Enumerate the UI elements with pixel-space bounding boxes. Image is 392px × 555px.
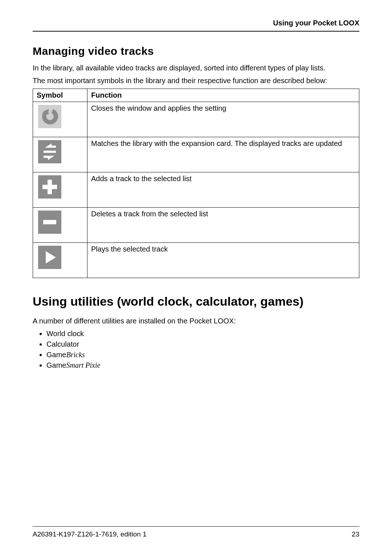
function-cell: Matches the library with the expansion c… bbox=[87, 137, 359, 172]
header-rule bbox=[33, 31, 359, 32]
function-cell: Deletes a track from the selected list bbox=[87, 207, 359, 242]
section1-para2: The most important symbols in the librar… bbox=[33, 76, 359, 86]
symbol-cell bbox=[33, 242, 87, 278]
section-heading-managing: Managing video tracks bbox=[33, 44, 359, 59]
list-item-label: Calculator bbox=[46, 340, 79, 348]
function-cell: Plays the selected track bbox=[87, 242, 359, 278]
section-heading-utilities: Using utilities (world clock, calculator… bbox=[33, 293, 359, 310]
symbol-cell bbox=[33, 137, 87, 172]
list-item-label: Game bbox=[46, 361, 66, 369]
utilities-list: World clock Calculator GameBricks GameSm… bbox=[33, 329, 359, 370]
function-cell: Closes the window and applies the settin… bbox=[87, 102, 359, 137]
page-footer: A26391-K197-Z126-1-7619, edition 1 23 bbox=[33, 523, 359, 539]
symbol-cell bbox=[33, 102, 87, 137]
table-header-row: Symbol Function bbox=[33, 89, 359, 102]
svg-rect-8 bbox=[43, 220, 56, 224]
svg-rect-4 bbox=[44, 156, 49, 158]
svg-marker-3 bbox=[48, 156, 54, 160]
minus-icon bbox=[37, 209, 63, 235]
svg-rect-7 bbox=[42, 185, 57, 189]
table-row: Plays the selected track bbox=[33, 242, 359, 278]
list-item: GameSmart Pixie bbox=[46, 360, 359, 370]
list-item: Calculator bbox=[46, 339, 359, 349]
symbol-cell bbox=[33, 172, 87, 207]
symbol-function-table: Symbol Function Closes the window and ap… bbox=[33, 89, 359, 278]
svg-marker-1 bbox=[45, 143, 52, 148]
section2-para: A number of different utilities are inst… bbox=[33, 316, 359, 326]
footer-doc-id: A26391-K197-Z126-1-7619, edition 1 bbox=[33, 530, 147, 539]
footer-page-number: 23 bbox=[352, 530, 359, 539]
svg-rect-5 bbox=[44, 151, 56, 153]
table-row: Closes the window and applies the settin… bbox=[33, 102, 359, 137]
running-header: Using your Pocket LOOX bbox=[33, 18, 359, 28]
footer-rule bbox=[33, 526, 359, 527]
function-cell: Adds a track to the selected list bbox=[87, 172, 359, 207]
table-row: Adds a track to the selected list bbox=[33, 172, 359, 207]
back-arrow-icon bbox=[37, 103, 63, 130]
table-row: Matches the library with the expansion c… bbox=[33, 137, 359, 172]
list-item-italic: Smart Pixie bbox=[66, 361, 100, 369]
list-item-label: World clock bbox=[46, 330, 84, 338]
sync-icon bbox=[37, 139, 63, 165]
svg-rect-2 bbox=[51, 146, 56, 148]
section1-para1: In the library, all available video trac… bbox=[33, 63, 359, 73]
list-item: World clock bbox=[46, 329, 359, 339]
list-item: GameBricks bbox=[46, 350, 359, 360]
col-header-symbol: Symbol bbox=[33, 89, 87, 102]
col-header-function: Function bbox=[87, 89, 359, 102]
page: Using your Pocket LOOX Managing video tr… bbox=[0, 0, 392, 555]
plus-icon bbox=[37, 174, 63, 200]
list-item-label: Game bbox=[46, 351, 66, 359]
play-icon bbox=[37, 244, 63, 270]
symbol-cell bbox=[33, 207, 87, 242]
list-item-italic: Bricks bbox=[66, 351, 85, 359]
table-row: Deletes a track from the selected list bbox=[33, 207, 359, 242]
svg-marker-9 bbox=[46, 251, 56, 264]
